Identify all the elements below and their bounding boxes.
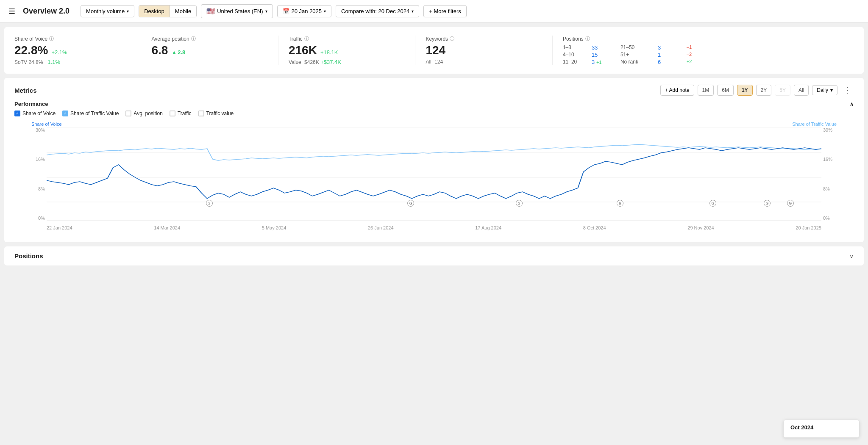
monthly-volume-button[interactable]: Monthly volume ▾	[81, 5, 134, 17]
pos-val-11-20: 3	[592, 59, 595, 65]
time-all-button[interactable]: All	[794, 85, 809, 96]
time-1m-button[interactable]: 1M	[698, 85, 714, 96]
avgpos-checkbox[interactable]	[125, 111, 131, 116]
x-label-may24: 5 May 2024	[262, 225, 286, 230]
mobile-button[interactable]: Mobile	[170, 6, 196, 17]
positions-grid: 1–3 33 21–50 3 –1 4–10 15 51+ 1 –2 11–20…	[563, 44, 854, 65]
chart-header: Metrics + Add note 1M 6M 1Y 2Y 5Y All Da…	[14, 85, 854, 96]
performance-collapse-icon[interactable]: ∧	[850, 101, 854, 107]
pos-val-1-3: 33	[592, 44, 617, 51]
traffic-value-checkbox[interactable]	[198, 111, 204, 116]
pos-change-11-20: +1	[596, 60, 602, 65]
page-title: Overview 2.0	[23, 7, 70, 16]
positions-bottom-section[interactable]: Positions ∨	[4, 246, 864, 265]
annotation-a: a	[617, 200, 623, 207]
y-8-left: 8%	[31, 186, 45, 191]
svg-chart-area[interactable]: 2 G 2 a G G G	[47, 127, 821, 222]
pos-range-1-3: 1–3	[563, 44, 588, 51]
x-label-nov24: 29 Nov 2024	[687, 225, 714, 230]
time-2y-button[interactable]: 2Y	[756, 85, 772, 96]
performance-section: Performance ∧ ✓ Share of Voice ✓ Share o…	[14, 101, 854, 230]
hamburger-icon[interactable]: ☰	[8, 7, 15, 16]
annotation-g4: G	[787, 200, 794, 207]
pos-val-norank: 6	[658, 59, 683, 65]
top-bar: ☰ Overview 2.0 Monthly volume ▾ Desktop …	[0, 0, 868, 23]
pos-change-21-50: –1	[687, 44, 704, 51]
time-1y-button[interactable]: 1Y	[737, 85, 753, 96]
x-label-mar24: 14 Mar 2024	[154, 225, 180, 230]
sotv-change: +1.1%	[45, 59, 60, 65]
more-filters-button[interactable]: + More filters	[423, 5, 467, 17]
pos-val-51plus: 1	[658, 52, 683, 58]
chart-title: Metrics	[14, 87, 37, 94]
traffic-label: Traffic ⓘ	[289, 36, 405, 42]
legend-sov[interactable]: ✓ Share of Voice	[14, 111, 56, 116]
legend-sotv[interactable]: ✓ Share of Traffic Value	[62, 111, 119, 116]
x-label-oct24: 8 Oct 2024	[583, 225, 606, 230]
granularity-button[interactable]: Daily ▾	[812, 85, 837, 95]
time-6m-button[interactable]: 6M	[717, 85, 734, 96]
y-16-right: 16%	[823, 157, 837, 162]
y-16-left: 16%	[31, 157, 45, 162]
annotation-2b: 2	[516, 200, 523, 207]
keywords-value: 124	[426, 44, 542, 57]
chart-wrapper: Share of Voice Share of Traffic Value 30…	[14, 122, 854, 230]
y-axis-left: 30% 16% 8% 0%	[31, 127, 47, 221]
avg-position-value: 6.8 ▲2.8	[151, 44, 267, 57]
legend-sotv-label: Share of Traffic Value	[70, 111, 119, 116]
annotation-2a: 2	[206, 200, 213, 207]
avg-position-label: Average position ⓘ	[151, 36, 267, 42]
avg-info-icon[interactable]: ⓘ	[191, 36, 196, 42]
legend-sov-label: Share of Voice	[22, 111, 56, 116]
add-note-button[interactable]: + Add note	[660, 85, 694, 96]
traffic-metric: Traffic ⓘ 216K +18.1K Value $426K +$37.4…	[289, 36, 415, 65]
pos-range-51plus: 51+	[620, 52, 654, 58]
keywords-info-icon[interactable]: ⓘ	[450, 36, 454, 42]
positions-expand-icon[interactable]: ∨	[849, 253, 854, 260]
sov-sub: SoTV 24.8% +1.1%	[14, 59, 131, 65]
positions-info-icon[interactable]: ⓘ	[585, 36, 590, 42]
metrics-panel: Share of Voice ⓘ 22.8% +2.1% SoTV 24.8% …	[4, 27, 864, 74]
desktop-button[interactable]: Desktop	[139, 6, 170, 17]
sotv-checkbox[interactable]: ✓	[62, 111, 68, 116]
traffic-value: 216K +18.1K	[289, 44, 405, 57]
performance-title: Performance ∧	[14, 101, 854, 107]
compare-button[interactable]: Compare with: 20 Dec 2024 ▾	[336, 5, 419, 17]
axis-labels: Share of Voice Share of Traffic Value	[31, 122, 837, 127]
legend-traffic[interactable]: Traffic	[170, 111, 192, 116]
date-button[interactable]: 📅 20 Jan 2025 ▾	[277, 5, 332, 17]
legend-row: ✓ Share of Voice ✓ Share of Traffic Valu…	[14, 111, 854, 116]
pos-range-norank: No rank	[620, 59, 654, 65]
sov-checkbox[interactable]: ✓	[14, 111, 20, 116]
time-5y-button[interactable]: 5Y	[775, 85, 790, 96]
traffic-sub: Value $426K +$37.4K	[289, 59, 405, 65]
x-label-jan25: 20 Jan 2025	[796, 225, 821, 230]
y-30-right: 30%	[823, 127, 837, 133]
positions-label: Positions ⓘ	[563, 36, 854, 42]
sov-metric: Share of Voice ⓘ 22.8% +2.1% SoTV 24.8% …	[14, 36, 141, 65]
legend-traffic-label: Traffic	[178, 111, 192, 116]
pos-val-21-50: 3	[658, 44, 683, 51]
y-0-left: 0%	[31, 216, 45, 221]
sov-info-icon[interactable]: ⓘ	[49, 36, 54, 42]
traffic-info-icon[interactable]: ⓘ	[304, 36, 309, 42]
keywords-sub: All 124	[426, 59, 542, 65]
pos-range-4-10: 4–10	[563, 52, 588, 58]
traffic-checkbox[interactable]	[170, 111, 175, 116]
more-options-button[interactable]: ⋮	[841, 86, 854, 95]
dropdown-arrow-icon: ▾	[127, 9, 129, 14]
traffic-change: +18.1K	[320, 49, 338, 55]
compare-dropdown-arrow: ▾	[412, 9, 414, 14]
keywords-label: Keywords ⓘ	[426, 36, 542, 42]
country-dropdown-arrow: ▾	[265, 9, 267, 14]
country-button[interactable]: 🇺🇸 United States (EN) ▾	[201, 4, 273, 18]
left-axis-label: Share of Voice	[31, 122, 62, 127]
avg-change: ▲2.8	[171, 49, 185, 55]
pos-val-4-10: 15	[592, 52, 617, 58]
sov-value: 22.8% +2.1%	[14, 44, 131, 57]
legend-avgpos[interactable]: Avg. position	[125, 111, 163, 116]
device-toggle: Desktop Mobile	[139, 5, 197, 17]
legend-traffic-value[interactable]: Traffic value	[198, 111, 234, 116]
pos-change-51plus: –2	[687, 52, 704, 58]
positions-bottom-title: Positions	[14, 252, 43, 260]
